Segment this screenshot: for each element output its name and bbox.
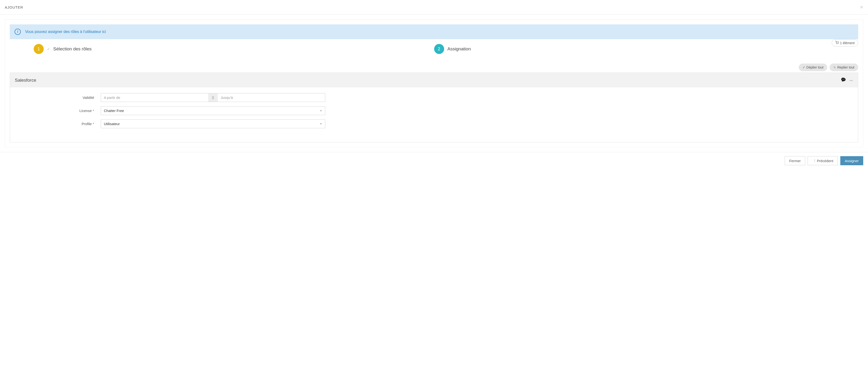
cart-icon [835,41,839,45]
panel-body: Validité License* Ch [10,87,858,142]
step-1-label: Sélection des rôles [53,46,92,52]
step-1[interactable]: 1 ✓ Sélection des rôles [34,44,434,54]
profile-select[interactable]: Utilisateur ▼ [101,119,325,128]
validity-to-input[interactable] [218,93,325,102]
profile-value: Utilisateur [104,122,120,126]
collapse-all-label: Replier tout [837,65,855,69]
step-2-label: Assignation [447,46,471,52]
validity-from-input[interactable] [101,93,208,102]
close-button[interactable]: Fermer [785,156,805,165]
assign-button[interactable]: Assigner [840,156,863,165]
comment-icon[interactable] [841,77,846,83]
panel-header[interactable]: Salesforce ︿ [10,73,858,87]
step-2[interactable]: 2 Assignation [434,44,835,54]
stepper: 1 élément 1 ✓ Sélection des rôles 2 Assi… [10,44,858,54]
modal-body: i Vous pouvez assigner des rôles à l'uti… [0,14,868,152]
modal-title: AJOUTER [5,5,23,9]
previous-button[interactable]: 〈 Précédent [808,156,838,165]
info-banner-text: Vous pouvez assigner des rôles à l'utili… [25,30,106,34]
chevron-up-icon[interactable]: ︿ [849,77,853,83]
expand-all-label: Déplier tout [806,65,824,69]
label-validity: Validité [15,95,101,100]
license-select-wrap: Chatter Free ▼ [101,106,325,115]
check-icon: ✓ [47,47,50,51]
step-2-circle: 2 [434,44,444,54]
step-1-circle: 1 [34,44,44,54]
caret-down-icon: ▼ [320,110,322,112]
chevron-left-icon: 〈 [812,159,815,163]
required-mark: * [93,108,94,113]
cart-label: 1 élément [840,41,855,45]
row-license: License* Chatter Free ▼ [15,106,853,115]
required-mark: * [93,122,94,126]
panel-header-icons: ︿ [841,77,853,83]
expand-all-button[interactable]: ⤢ Déplier tout [799,64,828,71]
close-icon[interactable]: × [860,4,863,10]
content-card: i Vous pouvez assigner des rôles à l'uti… [5,19,863,147]
panel-title: Salesforce [15,77,36,83]
info-icon: i [14,29,21,35]
label-license: License* [15,108,101,113]
hourglass-icon [208,93,218,102]
profile-select-wrap: Utilisateur ▼ [101,119,325,128]
cart-badge[interactable]: 1 élément [832,39,858,46]
row-validity: Validité [15,93,853,102]
expand-icon: ⤢ [803,66,805,69]
license-value: Chatter Free [104,108,124,113]
label-profile: Profile* [15,122,101,126]
caret-down-icon: ▼ [320,123,322,125]
info-banner: i Vous pouvez assigner des rôles à l'uti… [10,24,858,39]
validity-group [101,93,325,102]
collapse-all-button[interactable]: ⤡ Replier tout [830,64,858,71]
modal-header: AJOUTER × [0,0,868,14]
previous-label: Précédent [817,159,833,163]
license-select[interactable]: Chatter Free ▼ [101,106,325,115]
collapse-icon: ⤡ [833,66,836,69]
expand-controls: ⤢ Déplier tout ⤡ Replier tout [10,64,858,71]
row-profile: Profile* Utilisateur ▼ [15,119,853,128]
panel-salesforce: Salesforce ︿ Validité [10,72,858,142]
modal-footer: Fermer 〈 Précédent Assigner [0,152,868,169]
